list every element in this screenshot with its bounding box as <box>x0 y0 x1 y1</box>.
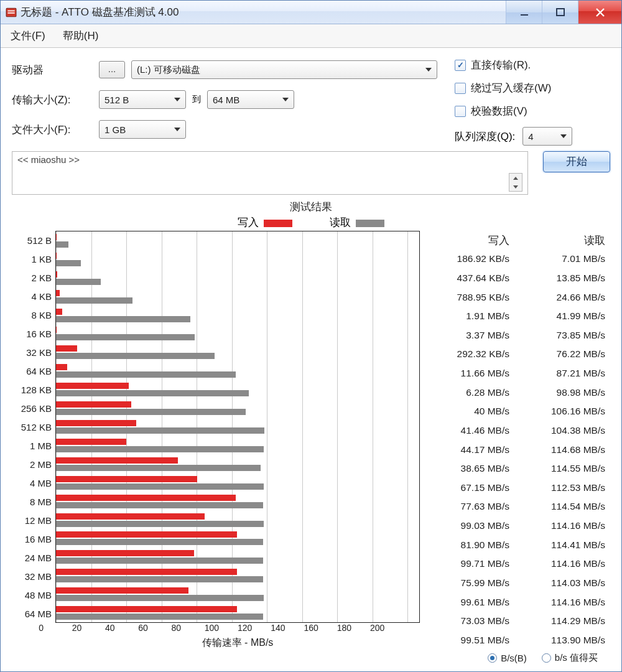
chart-row <box>56 436 419 455</box>
direct-io-checkbox[interactable]: ✓ 直接传输(R). <box>455 58 610 72</box>
menu-file[interactable]: 文件(F) <box>11 29 45 43</box>
table-row: 40 MB/s106.16 MB/s <box>424 402 610 421</box>
write-cell: 99.51 MB/s <box>424 635 519 646</box>
svg-rect-3 <box>521 14 528 16</box>
chart-row <box>56 566 419 585</box>
table-header: 写入 读取 <box>424 231 610 250</box>
bypass-cache-label: 绕过写入缓存(W) <box>471 81 551 95</box>
chart-row <box>56 269 419 287</box>
table-row: 99.51 MB/s113.90 MB/s <box>424 631 610 650</box>
file-size-select[interactable]: 1 GB <box>99 120 186 139</box>
maximize-button[interactable] <box>542 1 578 24</box>
write-bar <box>56 345 77 352</box>
read-cell: 114.29 MB/s <box>519 615 610 627</box>
drive-select-value: (L:) 可移动磁盘 <box>137 64 200 76</box>
close-button[interactable] <box>578 1 621 24</box>
read-cell: 7.01 MB/s <box>519 253 610 264</box>
spin-down-icon[interactable] <box>509 182 522 191</box>
table-row: 437.64 KB/s13.85 MB/s <box>424 269 610 288</box>
read-cell: 112.53 MB/s <box>519 482 610 493</box>
browse-button[interactable]: ... <box>99 61 125 78</box>
write-cell: 1.91 MB/s <box>424 310 519 322</box>
window-title: 无标题 - ATTO 磁盘基准测试 4.00 <box>21 5 506 19</box>
drive-select[interactable]: (L:) 可移动磁盘 <box>131 60 437 79</box>
table-body: 186.92 KB/s7.01 MB/s437.64 KB/s13.85 MB/… <box>424 250 610 650</box>
write-cell: 73.03 MB/s <box>424 615 519 627</box>
read-cell: 114.16 MB/s <box>519 558 610 569</box>
header-write: 写入 <box>424 233 519 248</box>
y-tick-label: 1 KB <box>12 250 55 268</box>
write-bar <box>56 457 178 464</box>
results-title: 测试结果 <box>12 200 610 214</box>
direct-io-label: 直接传输(R). <box>471 58 531 72</box>
write-bar <box>56 476 197 482</box>
legend-write: 写入 <box>238 215 292 230</box>
write-bar <box>56 495 236 501</box>
verify-data-checkbox[interactable]: 校验数据(V) <box>455 104 610 118</box>
write-bar <box>56 420 136 426</box>
chart-row <box>56 511 419 530</box>
x-tick-label: 180 <box>337 623 370 633</box>
chart-row <box>56 380 419 399</box>
chart-row <box>56 492 419 511</box>
write-swatch-icon <box>264 220 292 227</box>
y-tick-label: 2 MB <box>12 455 55 474</box>
y-tick-label: 512 KB <box>12 418 55 436</box>
read-cell: 73.85 MB/s <box>519 330 610 341</box>
read-bar <box>56 465 261 471</box>
svg-rect-1 <box>7 10 14 11</box>
menubar: 文件(F) 帮助(H) <box>1 24 621 48</box>
chart-row <box>56 418 419 436</box>
write-bar <box>56 253 57 259</box>
chart-row <box>56 325 419 343</box>
spin-up-icon[interactable] <box>509 174 522 182</box>
y-tick-label: 128 KB <box>12 380 55 399</box>
table-row: 3.37 MB/s73.85 MB/s <box>424 326 610 345</box>
chart-legend: 写入 读取 <box>12 215 610 230</box>
chart-row <box>56 530 419 548</box>
chart-row <box>56 362 419 380</box>
write-cell: 6.28 MB/s <box>424 387 519 398</box>
unit-bytes-radio[interactable]: B/s(B) <box>488 653 527 663</box>
read-cell: 114.41 MB/s <box>519 539 610 551</box>
transfer-to-select[interactable]: 64 MB <box>207 90 294 109</box>
menu-help[interactable]: 帮助(H) <box>63 29 99 43</box>
y-axis-labels: 512 B1 KB2 KB4 KB8 KB16 KB32 KB64 KB128 … <box>12 231 55 623</box>
write-cell: 11.66 MB/s <box>424 368 519 379</box>
svg-rect-4 <box>557 9 564 16</box>
unit-bits-radio[interactable]: b/s 值得买 <box>542 652 598 664</box>
description-row: << miaoshu >> 开始 <box>12 151 610 195</box>
y-tick-label: 16 MB <box>12 530 55 548</box>
read-cell: 104.38 MB/s <box>519 425 610 436</box>
write-bar <box>56 550 194 556</box>
description-input[interactable]: << miaoshu >> <box>12 151 528 195</box>
minimize-button[interactable] <box>506 1 542 24</box>
read-bar <box>56 316 190 322</box>
y-tick-label: 2 KB <box>12 268 55 287</box>
checkbox-icon <box>455 106 466 117</box>
queue-depth-select[interactable]: 4 <box>522 127 572 146</box>
start-button[interactable]: 开始 <box>543 151 610 172</box>
description-spinner[interactable] <box>509 173 522 192</box>
x-axis-ticks: 020406080100120140160180200 <box>12 623 420 637</box>
header-read: 读取 <box>519 233 610 248</box>
read-bar <box>56 427 264 434</box>
chart-row <box>56 343 419 362</box>
x-tick-label: 20 <box>72 623 105 633</box>
read-bar <box>56 241 68 248</box>
read-cell: 114.55 MB/s <box>519 463 610 474</box>
read-bar <box>56 595 264 601</box>
write-bar <box>56 309 62 315</box>
read-bar <box>56 409 246 415</box>
y-tick-label: 4 KB <box>12 287 55 306</box>
write-cell: 67.15 MB/s <box>424 482 519 493</box>
queue-depth-value: 4 <box>528 131 533 142</box>
bypass-cache-checkbox[interactable]: 绕过写入缓存(W) <box>455 81 610 95</box>
transfer-to-value: 64 MB <box>213 95 239 105</box>
table-row: 44.17 MB/s114.68 MB/s <box>424 440 610 459</box>
transfer-from-select[interactable]: 512 B <box>99 90 186 109</box>
chart-plot <box>55 231 420 623</box>
read-bar <box>56 334 195 340</box>
write-bar <box>56 290 60 296</box>
read-bar <box>56 446 264 452</box>
